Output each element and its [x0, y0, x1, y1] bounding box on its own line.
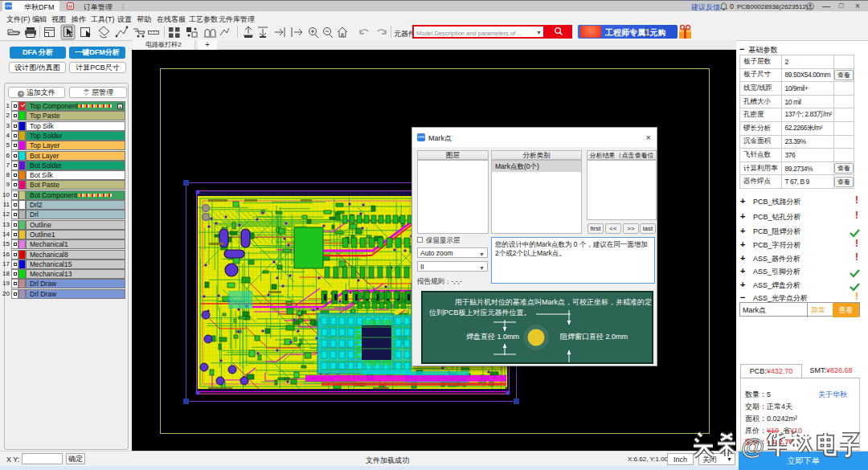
- svg-text:@: @: [741, 433, 764, 460]
